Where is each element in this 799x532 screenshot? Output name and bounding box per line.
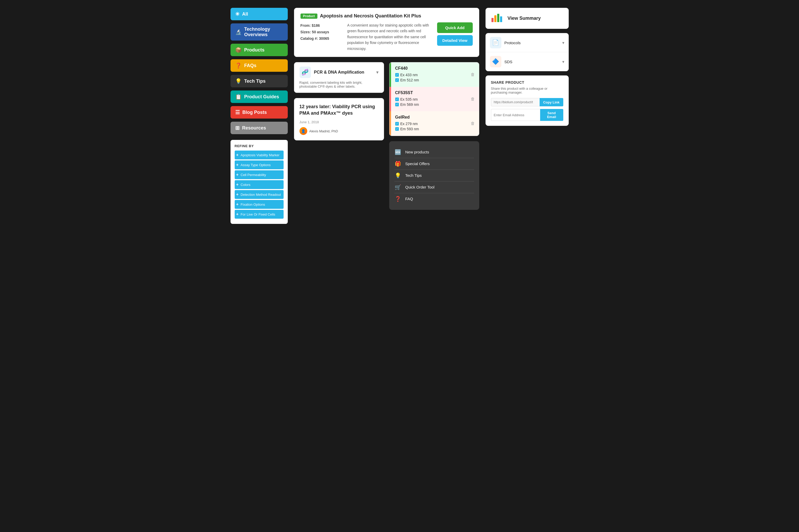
main-content: Product Apoptosis and Necrosis Quantitat… bbox=[294, 8, 479, 224]
menu-quick-order[interactable]: 🛒 Quick Order Tool bbox=[394, 182, 474, 193]
author-avatar: 👤 bbox=[299, 127, 307, 135]
dye-gelred: GelRed ✓ Ex 279 nm ✓ Em 593 nm bbox=[389, 111, 479, 136]
mid-grid: 🧬 PCR & DNA Amplification ▾ Rapid, conve… bbox=[294, 62, 479, 210]
refine-live-fixed-cells[interactable]: + For Live Or Fixed Cells bbox=[235, 210, 284, 219]
checkbox-cf440-em[interactable]: ✓ bbox=[395, 78, 399, 82]
dye-cf535-row: CF535ST ✓ Ex 535 nm ✓ Em 569 nm bbox=[395, 91, 475, 108]
plus-icon: + bbox=[236, 153, 239, 157]
right-mid: CF440 ✓ Ex 433 nm ✓ Em 512 nm � bbox=[389, 62, 479, 210]
share-email-input[interactable] bbox=[491, 109, 540, 121]
pcr-header-left: 🧬 PCR & DNA Amplification bbox=[299, 66, 364, 78]
svg-rect-0 bbox=[491, 18, 494, 22]
refine-cell-permeability[interactable]: + Cell Permeability bbox=[235, 170, 284, 179]
product-description: A convenient assay for staining apoptoti… bbox=[347, 22, 432, 52]
view-summary-card[interactable]: View Summary bbox=[485, 8, 569, 29]
product-guides-icon: 📋 bbox=[235, 94, 242, 100]
sidebar-item-all[interactable]: ✳ All bbox=[230, 8, 288, 20]
sds-item[interactable]: 🔷 SDS ▾ bbox=[486, 52, 569, 71]
dye-gelred-name: GelRed bbox=[395, 115, 471, 120]
dye-cf535: CF535ST ✓ Ex 535 nm ✓ Em 569 nm bbox=[389, 87, 479, 111]
svg-rect-1 bbox=[494, 15, 497, 22]
sidebar-item-product-guides[interactable]: 📋 Product Guides bbox=[230, 91, 288, 103]
refine-detection-method[interactable]: + Detection Method Readout bbox=[235, 190, 284, 199]
share-link-row: Copy Link bbox=[491, 98, 563, 106]
refine-by-panel: REFINE BY + Apoptosis Viability Marker +… bbox=[230, 140, 288, 224]
quick-order-icon: 🛒 bbox=[394, 184, 402, 190]
sidebar: ✳ All 🔬 Technology Overviews 📦 Products … bbox=[230, 8, 288, 224]
sds-label: SDS bbox=[504, 59, 559, 64]
blog-posts-icon: ☰ bbox=[235, 109, 240, 115]
refine-title: REFINE BY bbox=[235, 144, 284, 148]
protocols-item[interactable]: 📄 Protocols ▾ bbox=[486, 33, 569, 52]
refine-assay-type[interactable]: + Assay Type Options bbox=[235, 160, 284, 169]
checkbox-cf535-ex[interactable]: ✓ bbox=[395, 97, 399, 101]
menu-new-products[interactable]: 🆕 New products bbox=[394, 146, 474, 158]
blog-card: 12 years later: Viability PCR using PMA … bbox=[294, 98, 384, 140]
protocols-label: Protocols bbox=[504, 41, 559, 45]
plus-icon: + bbox=[236, 192, 239, 197]
resources-icon: ⊞ bbox=[235, 125, 240, 131]
products-icon: 📦 bbox=[235, 47, 242, 53]
dye-cf440-em: ✓ Em 512 nm bbox=[395, 78, 471, 82]
refine-apoptosis[interactable]: + Apoptosis Viability Marker bbox=[235, 151, 284, 159]
chevron-down-icon[interactable]: ▾ bbox=[376, 70, 378, 75]
sidebar-item-blog-posts[interactable]: ☰ Blog Posts bbox=[230, 106, 288, 118]
blog-title: 12 years later: Viability PCR using PMA … bbox=[299, 103, 378, 116]
product-card: Product Apoptosis and Necrosis Quantitat… bbox=[294, 8, 479, 57]
product-actions: Quick Add Detailed View bbox=[437, 22, 472, 46]
pcr-icon: 🧬 bbox=[299, 66, 311, 78]
delete-cf440-button[interactable]: 🗑 bbox=[471, 72, 475, 77]
share-description: Share this product with a colleague or p… bbox=[491, 87, 563, 94]
tech-overviews-icon: 🔬 bbox=[235, 29, 242, 35]
dye-cf535-name: CF535ST bbox=[395, 91, 471, 95]
refine-colors[interactable]: + Colors bbox=[235, 180, 284, 189]
chart-icon bbox=[491, 13, 504, 24]
sidebar-item-tech-overviews[interactable]: 🔬 Technology Overviews bbox=[230, 23, 288, 41]
view-summary-label: View Summary bbox=[507, 16, 541, 21]
dye-cf440-ex: ✓ Ex 433 nm bbox=[395, 73, 471, 77]
plus-icon: + bbox=[236, 202, 239, 207]
dye-cf535-checks: CF535ST ✓ Ex 535 nm ✓ Em 569 nm bbox=[395, 91, 471, 108]
blog-author: 👤 Alexis Madrid, PhD bbox=[299, 127, 378, 135]
delete-gelred-button[interactable]: 🗑 bbox=[471, 121, 475, 126]
copy-link-button[interactable]: Copy Link bbox=[540, 98, 563, 106]
menu-faq[interactable]: ❓ FAQ bbox=[394, 193, 474, 205]
menu-special-offers[interactable]: 🎁 Special Offers bbox=[394, 158, 474, 170]
left-mid: 🧬 PCR & DNA Amplification ▾ Rapid, conve… bbox=[294, 62, 384, 210]
faq-icon: ❓ bbox=[394, 196, 402, 202]
sidebar-item-tech-tips[interactable]: 💡 Tech Tips bbox=[230, 75, 288, 88]
protocol-icon: 📄 bbox=[490, 37, 501, 49]
share-link-input[interactable] bbox=[491, 98, 540, 106]
plus-icon: + bbox=[236, 172, 239, 177]
new-products-icon: 🆕 bbox=[394, 149, 402, 155]
send-email-button[interactable]: Send Email bbox=[540, 109, 563, 121]
dye-cf440-checks: CF440 ✓ Ex 433 nm ✓ Em 512 nm bbox=[395, 66, 471, 83]
checkbox-gelred-ex[interactable]: ✓ bbox=[395, 122, 399, 126]
sidebar-item-resources[interactable]: ⊞ Resources bbox=[230, 122, 288, 134]
dye-gelred-ex: ✓ Ex 279 nm bbox=[395, 122, 471, 126]
checkbox-gelred-em[interactable]: ✓ bbox=[395, 127, 399, 131]
checkbox-cf440-ex[interactable]: ✓ bbox=[395, 73, 399, 77]
protocols-chevron-icon: ▾ bbox=[562, 40, 564, 45]
faqs-icon: ❓ bbox=[235, 62, 242, 69]
sidebar-item-faqs[interactable]: ❓ FAQs bbox=[230, 59, 288, 72]
plus-icon: + bbox=[236, 163, 239, 167]
dye-gelred-row: GelRed ✓ Ex 279 nm ✓ Em 593 nm bbox=[395, 115, 475, 132]
blog-content: 12 years later: Viability PCR using PMA … bbox=[294, 98, 384, 140]
sds-icon: 🔷 bbox=[490, 56, 501, 67]
product-badge: Product bbox=[300, 14, 317, 19]
menu-tech-tips[interactable]: 💡 Tech Tips bbox=[394, 170, 474, 182]
pcr-header: 🧬 PCR & DNA Amplification ▾ bbox=[299, 66, 378, 78]
refine-fixation-options[interactable]: + Fixation Options bbox=[235, 200, 284, 209]
detailed-view-button[interactable]: Detailed View bbox=[437, 35, 472, 46]
special-offers-icon: 🎁 bbox=[394, 161, 402, 167]
product-header: Product Apoptosis and Necrosis Quantitat… bbox=[300, 13, 473, 19]
quick-add-button[interactable]: Quick Add bbox=[437, 22, 472, 33]
checkbox-cf535-em[interactable]: ✓ bbox=[395, 103, 399, 106]
pcr-title: PCR & DNA Amplification bbox=[314, 70, 364, 75]
delete-cf535-button[interactable]: 🗑 bbox=[471, 97, 475, 101]
dye-cf535-em: ✓ Em 569 nm bbox=[395, 102, 471, 107]
sds-chevron-icon: ▾ bbox=[562, 59, 564, 64]
sidebar-item-products[interactable]: 📦 Products bbox=[230, 44, 288, 56]
dye-gelred-em: ✓ Em 593 nm bbox=[395, 127, 471, 131]
